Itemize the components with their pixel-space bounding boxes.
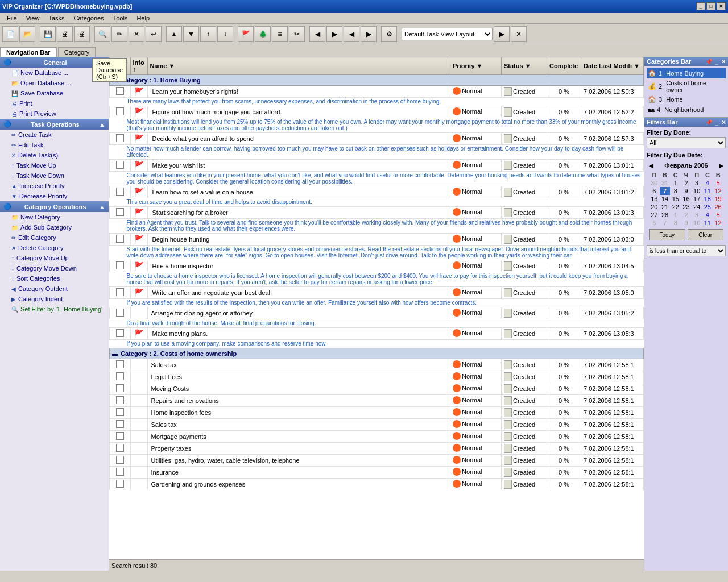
tab-category[interactable]: Category bbox=[58, 47, 96, 57]
cal-day[interactable]: 26 bbox=[713, 203, 723, 211]
cal-day[interactable]: 6 bbox=[649, 219, 660, 227]
task-checkbox[interactable] bbox=[116, 456, 124, 464]
layout-close[interactable]: ✕ bbox=[511, 26, 527, 42]
menu-file[interactable]: File bbox=[2, 14, 22, 23]
task-checkbox[interactable] bbox=[116, 444, 124, 452]
cal-day[interactable]: 8 bbox=[670, 187, 681, 195]
sidebar-item-edit-task[interactable]: ✏ Edit Task bbox=[0, 140, 109, 150]
table-row[interactable]: 🚩 Learn your homebuyer's rights! Normal … bbox=[110, 86, 644, 98]
cal-prev[interactable]: ◀ bbox=[649, 163, 653, 169]
menu-tools[interactable]: Tools bbox=[109, 14, 133, 23]
cal-day[interactable]: 13 bbox=[649, 195, 660, 203]
title-bar-controls[interactable]: _ □ ✕ bbox=[696, 2, 726, 10]
task-checkbox[interactable] bbox=[116, 432, 124, 440]
task-checkbox[interactable] bbox=[116, 408, 124, 416]
task-checkbox[interactable] bbox=[116, 188, 124, 196]
task-checkbox[interactable] bbox=[116, 134, 124, 142]
sidebar-item-cat-move-down[interactable]: ↓ Category Move Down bbox=[0, 263, 109, 273]
category-list-item[interactable]: 🏠 1. Home Buying bbox=[647, 68, 726, 78]
layout-go[interactable]: ▶ bbox=[494, 26, 510, 42]
task-ops-toggle[interactable]: ▲ bbox=[99, 121, 105, 128]
table-row[interactable]: Mortgage payments Normal Created 0 % 7.0… bbox=[110, 431, 644, 443]
menu-help[interactable]: Help bbox=[132, 14, 154, 23]
categories-pin-icon[interactable]: 📌 bbox=[705, 59, 712, 65]
cal-day[interactable]: 4 bbox=[702, 211, 713, 219]
cal-day[interactable]: 12 bbox=[713, 219, 723, 227]
cal-day[interactable]: 28 bbox=[660, 211, 671, 219]
toolbar-list[interactable]: ≡ bbox=[272, 26, 288, 42]
sidebar-item-category-indent[interactable]: ▶ Category Indent bbox=[0, 294, 109, 304]
cal-day[interactable]: 9 bbox=[681, 187, 692, 195]
sidebar-item-task-move-down[interactable]: ↓ Task Move Down bbox=[0, 171, 109, 181]
filter-done-select[interactable]: All Done Not Done bbox=[647, 137, 726, 148]
cal-day[interactable]: 3 bbox=[692, 179, 702, 187]
table-row[interactable]: Home inspection fees Normal Created 0 % … bbox=[110, 407, 644, 419]
task-checkbox[interactable] bbox=[116, 480, 124, 488]
task-checkbox[interactable] bbox=[116, 261, 124, 269]
col-header-status[interactable]: Status ▼ bbox=[502, 57, 547, 75]
expand-icon[interactable]: ▬ bbox=[112, 351, 118, 357]
category-list-item[interactable]: 🏠 3. Home bbox=[647, 94, 726, 105]
toolbar-save[interactable]: 💾 bbox=[40, 26, 56, 42]
toolbar-left2[interactable]: ◀ bbox=[344, 26, 359, 42]
menu-view[interactable]: View bbox=[22, 14, 44, 23]
cal-day[interactable]: 1 bbox=[670, 179, 681, 187]
toolbar-edit[interactable]: ✏ bbox=[111, 26, 127, 42]
layout-select[interactable]: Default Task View Layout bbox=[402, 28, 493, 40]
toolbar-cut[interactable]: ✂ bbox=[289, 26, 305, 42]
col-header-complete[interactable]: Complete bbox=[547, 57, 581, 75]
sidebar-item-sort-categories[interactable]: ↕ Sort Categories bbox=[0, 273, 109, 284]
sidebar-item-cat-move-up[interactable]: ↑ Category Move Up bbox=[0, 253, 109, 263]
cal-day[interactable]: 8 bbox=[670, 219, 681, 227]
task-checkbox[interactable] bbox=[116, 384, 124, 392]
category-list-item[interactable]: 🏘 4. Neighborhood bbox=[647, 105, 726, 115]
table-row[interactable]: Repairs and renovations Normal Created 0… bbox=[110, 395, 644, 407]
cal-day[interactable]: 11 bbox=[702, 187, 713, 195]
cal-day[interactable]: 21 bbox=[660, 203, 671, 211]
cal-day[interactable]: 7 bbox=[660, 187, 671, 195]
filters-minimize-icon[interactable]: _ bbox=[715, 119, 718, 126]
table-row[interactable]: Utilities: gas, hydro, water, cable tele… bbox=[110, 455, 644, 467]
toolbar-tree[interactable]: 🌲 bbox=[255, 26, 271, 42]
cal-day[interactable]: 10 bbox=[692, 187, 702, 195]
toolbar-print[interactable]: 🖨 bbox=[57, 26, 73, 42]
col-header-name[interactable]: Name ▼ bbox=[147, 57, 450, 75]
sidebar-item-print-preview[interactable]: 🖨 Print Preview bbox=[0, 109, 109, 119]
col-header-info[interactable]: Info ↑ bbox=[130, 57, 147, 75]
maximize-button[interactable]: □ bbox=[706, 2, 715, 10]
sidebar-item-create-task[interactable]: ✏ Create Task bbox=[0, 130, 109, 140]
table-row[interactable]: 🚩 Start searching for a broker Normal Cr… bbox=[110, 207, 644, 219]
cal-day[interactable]: 2 bbox=[681, 211, 692, 219]
sidebar-item-delete-category[interactable]: ✕ Delete Category bbox=[0, 243, 109, 253]
cal-day[interactable]: 23 bbox=[681, 203, 692, 211]
toolbar-settings[interactable]: ⚙ bbox=[381, 26, 397, 42]
cal-day[interactable]: 9 bbox=[681, 219, 692, 227]
col-header-modified[interactable]: Date Last Modifi ▼ bbox=[581, 57, 644, 75]
task-checkbox[interactable] bbox=[116, 372, 124, 380]
table-row[interactable]: 🚩 Figure out how much mortgage you can a… bbox=[110, 106, 644, 118]
toolbar-down2[interactable]: ↓ bbox=[217, 26, 233, 42]
task-checkbox[interactable] bbox=[116, 161, 124, 169]
cat-ops-toggle[interactable]: ▲ bbox=[99, 203, 105, 210]
cal-day[interactable]: 15 bbox=[670, 195, 681, 203]
sidebar-item-add-sub-category[interactable]: 📁 Add Sub Category bbox=[0, 222, 109, 232]
table-row[interactable]: Moving Costs Normal Created 0 % 7.02.200… bbox=[110, 383, 644, 395]
table-row[interactable]: Insurance Normal Created 0 % 7.02.2006 1… bbox=[110, 467, 644, 479]
task-checkbox[interactable] bbox=[116, 208, 124, 216]
cal-day[interactable]: 7 bbox=[660, 219, 671, 227]
categories-close-icon[interactable]: ✕ bbox=[721, 59, 726, 65]
sidebar-item-edit-category[interactable]: ✏ Edit Category bbox=[0, 232, 109, 243]
sidebar-item-category-outdent[interactable]: ◀ Category Outdent bbox=[0, 284, 109, 294]
table-row[interactable]: 🚩 Decide what you can afford to spend No… bbox=[110, 133, 644, 145]
today-button[interactable]: Today bbox=[649, 229, 685, 240]
cal-day[interactable]: 27 bbox=[649, 211, 660, 219]
menu-categories[interactable]: Categories bbox=[69, 14, 109, 23]
cal-day[interactable]: 3 bbox=[692, 211, 702, 219]
task-checkbox[interactable] bbox=[116, 420, 124, 428]
clear-button[interactable]: Clear bbox=[688, 229, 724, 240]
cal-day[interactable]: 6 bbox=[649, 187, 660, 195]
cal-day[interactable]: 20 bbox=[649, 203, 660, 211]
sidebar-item-decrease-priority[interactable]: ▼ Decrease Priority bbox=[0, 191, 109, 201]
toolbar-left[interactable]: ◀ bbox=[309, 26, 325, 42]
sidebar-item-task-move-up[interactable]: ↑ Task Move Up bbox=[0, 160, 109, 171]
